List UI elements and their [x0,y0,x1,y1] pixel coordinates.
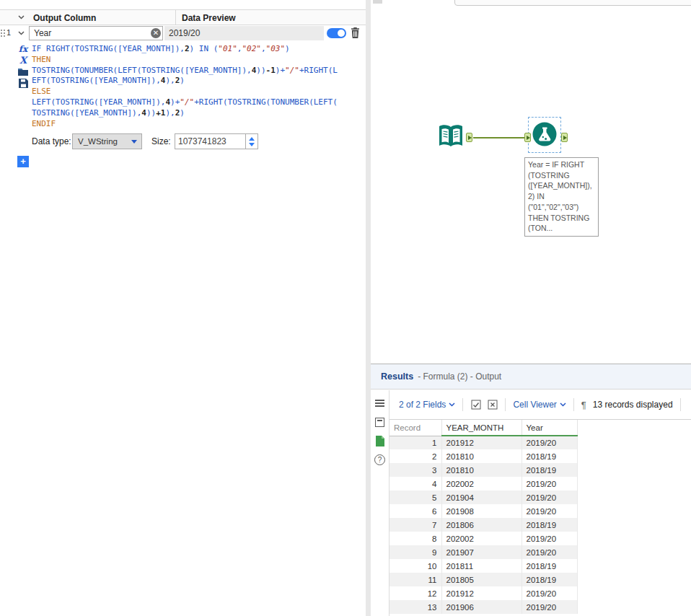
cell-year-month[interactable]: 201810 [441,463,521,477]
cell-year[interactable]: 2019/20 [521,490,577,504]
saved-expressions-icon[interactable] [17,78,29,89]
table-row[interactable]: 92019072019/20 [389,545,577,559]
cell-year-month[interactable]: 201810 [441,449,521,463]
workflow-canvas[interactable]: Year = IF RIGHT (TOSTRING ([YEAR_MONTH])… [371,0,691,364]
cell-year-month[interactable]: 201904 [441,490,521,504]
cell-year-month[interactable]: 201912 [441,436,521,449]
expression-editor-gutter: fx X [17,43,30,89]
data-view-icon[interactable] [374,435,386,446]
cell-year[interactable]: 2018/19 [521,463,577,477]
clear-input-icon[interactable]: ✕ [151,28,161,38]
cell-year[interactable]: 2018/19 [521,559,577,573]
table-row[interactable]: 72018062018/19 [389,518,577,532]
row-number: 1 [6,28,11,37]
cell-year-month[interactable]: 201907 [441,545,521,559]
cell-record[interactable]: 5 [389,490,441,504]
cell-year[interactable]: 2019/20 [521,436,577,449]
size-input[interactable] [175,133,246,149]
results-title: Results [381,371,413,382]
results-menu-icon[interactable] [374,397,386,409]
results-table-body: 12019122019/2022018102018/1932018102018/… [389,436,577,614]
insert-variable-icon[interactable]: X [17,55,29,66]
table-row[interactable]: 112018052018/19 [389,573,577,586]
whitespace-toggle-icon[interactable]: ¶ [581,400,586,410]
input-tool-output-anchor[interactable] [466,133,472,142]
chevron-down-icon [449,402,455,407]
cell-year[interactable]: 2018/19 [521,518,577,532]
table-row[interactable]: 102018112018/19 [389,559,577,573]
cell-year-month[interactable]: 201811 [441,559,521,573]
cell-year-month[interactable]: 202002 [441,532,521,545]
size-spinner[interactable] [245,133,258,149]
delete-expression-icon[interactable] [351,27,360,41]
formula-tool[interactable] [532,122,557,149]
select-check-icon[interactable] [470,400,481,410]
cell-year[interactable]: 2019/20 [521,600,577,614]
formula-tool-input-anchor[interactable] [524,133,531,142]
fields-summary-dropdown[interactable]: 2 of 2 Fields [399,400,455,410]
input-data-tool[interactable] [437,123,465,152]
cell-year-month[interactable]: 201908 [441,504,521,518]
table-row[interactable]: 132019062019/20 [389,600,577,614]
size-label: Size: [151,133,171,149]
cell-record[interactable]: 8 [389,532,441,545]
cell-viewer-dropdown[interactable]: Cell Viewer [513,400,565,410]
column-header-year-month[interactable]: YEAR_MONTH [441,420,521,436]
toolbar-separator [573,398,574,411]
tool-annotation[interactable]: Year = IF RIGHT (TOSTRING ([YEAR_MONTH])… [524,157,599,237]
cell-year-month[interactable]: 201912 [441,586,521,600]
constants-folder-icon[interactable] [17,66,29,77]
cell-record[interactable]: 2 [389,449,441,463]
canvas-toolbar-remnant [454,0,691,6]
chevron-down-icon[interactable] [18,15,25,19]
expression-editor[interactable]: IF RIGHT(TOSTRING([YEAR_MONTH]),2) IN ("… [32,44,362,129]
cell-record[interactable]: 12 [389,586,441,600]
table-row[interactable]: 82020022019/20 [389,532,577,545]
cell-record[interactable]: 9 [389,545,441,559]
cell-year[interactable]: 2019/20 [521,545,577,559]
cell-year[interactable]: 2019/20 [521,504,577,518]
drag-handle-icon[interactable] [1,30,2,31]
cell-record[interactable]: 7 [389,518,441,532]
cell-record[interactable]: 4 [389,477,441,490]
table-row[interactable]: 32018102018/19 [389,463,577,477]
connection-line[interactable] [473,137,529,138]
cell-year[interactable]: 2019/20 [521,477,577,490]
cell-record[interactable]: 10 [389,559,441,573]
cell-year-month[interactable]: 201805 [441,573,521,586]
cell-record[interactable]: 13 [389,600,441,614]
input-data-icon [437,123,465,149]
table-row[interactable]: 122019122019/20 [389,586,577,600]
cell-record[interactable]: 3 [389,463,441,477]
data-type-select[interactable]: V_WString [72,133,142,149]
spinner-up-icon[interactable] [249,137,255,141]
cell-year[interactable]: 2019/20 [521,586,577,600]
panel-divider[interactable] [366,0,371,616]
cell-record[interactable]: 1 [389,436,441,449]
column-header-record[interactable]: Record [389,420,441,436]
cell-year-month[interactable]: 201906 [441,600,521,614]
cell-year[interactable]: 2018/19 [521,573,577,586]
spinner-down-icon[interactable] [249,143,255,146]
table-row[interactable]: 42020022019/20 [389,477,577,490]
metadata-view-icon[interactable] [374,416,386,428]
formula-tool-output-anchor[interactable] [561,133,568,142]
deselect-x-icon[interactable] [487,400,498,410]
table-row[interactable]: 22018102018/19 [389,449,577,463]
output-column-name-input[interactable] [29,26,163,40]
column-header-year[interactable]: Year [521,420,577,436]
help-icon[interactable]: ? [374,454,386,465]
table-row[interactable]: 52019042019/20 [389,490,577,504]
cell-year-month[interactable]: 202002 [441,477,521,490]
cell-record[interactable]: 6 [389,504,441,518]
table-row[interactable]: 12019122019/20 [389,436,577,449]
chevron-down-icon[interactable] [18,31,25,35]
cell-year-month[interactable]: 201806 [441,518,521,532]
cell-year[interactable]: 2018/19 [521,449,577,463]
insert-function-icon[interactable]: fx [17,43,29,54]
expression-enabled-toggle[interactable] [327,28,346,38]
cell-year[interactable]: 2019/20 [521,532,577,545]
cell-record[interactable]: 11 [389,573,441,586]
table-row[interactable]: 62019082019/20 [389,504,577,518]
add-expression-button[interactable]: + [17,156,29,167]
